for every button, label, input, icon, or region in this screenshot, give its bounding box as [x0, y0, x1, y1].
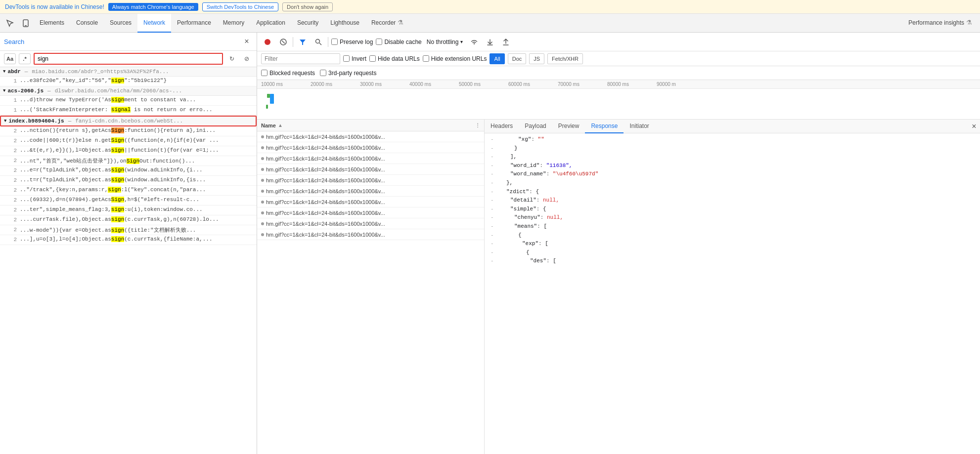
name-item-text: hm.gif?cc=1&ck=1&cl=24-bit&ds=1600x1000&… [266, 134, 385, 140]
third-party-requests-checkbox[interactable] [320, 70, 326, 76]
tab-sources[interactable]: Sources [104, 14, 137, 33]
banner-dismiss-btn[interactable]: Don't show again [282, 2, 333, 11]
banner-btn-match-language[interactable]: Always match Chrome's language [108, 3, 198, 11]
tab-initiator[interactable]: Initiator [624, 120, 655, 133]
tab-network[interactable]: Network [137, 14, 171, 33]
result-text: ...ter",simple_means_flag:3,sign:u(i),to… [20, 206, 254, 212]
highlight-match: sign [111, 97, 124, 103]
result-item[interactable]: 2...code||600;t(r)}else n.getSign((funct… [0, 136, 257, 146]
blocked-requests-label[interactable]: Blocked requests [261, 70, 315, 77]
disable-cache-checkbox[interactable] [376, 39, 382, 45]
match-case-btn[interactable]: Aa [4, 53, 16, 64]
filter-fetch-xhr-btn[interactable]: Fetch/XHR [547, 53, 583, 64]
tab-performance-insights[interactable]: Performance insights ⚗ [902, 14, 978, 33]
search-icon-btn[interactable] [312, 36, 325, 48]
result-item[interactable]: 2....currTask.file),Object.assign(c.curr… [0, 215, 257, 225]
throttle-select[interactable]: No throttling ▾ [425, 38, 465, 46]
tab-preview[interactable]: Preview [552, 120, 585, 133]
result-linenum: 1 [10, 78, 17, 84]
hide-ext-urls-label[interactable]: Hide extension URLs [423, 55, 487, 62]
name-list-item[interactable]: hm.gif?cc=1&ck=1&cl=24-bit&ds=1600x1000&… [257, 197, 484, 207]
name-list-item[interactable]: hm.gif?cc=1&ck=1&cl=24-bit&ds=1600x1000&… [257, 229, 484, 240]
tab-console[interactable]: Console [70, 14, 104, 33]
tab-response[interactable]: Response [585, 120, 624, 133]
inspect-icon-btn[interactable] [2, 15, 18, 31]
result-item[interactable]: 2...nt","首页","web站点击登录"]}),onSignOut:fun… [0, 156, 257, 166]
filter-icon-btn[interactable] [296, 36, 309, 48]
tab-headers[interactable]: Headers [485, 120, 519, 133]
record-btn[interactable] [261, 36, 274, 48]
search-input[interactable] [34, 53, 223, 65]
hide-ext-urls-checkbox[interactable] [423, 55, 429, 62]
result-item[interactable]: 1...d)throw new TypeError('Assignment to… [0, 96, 257, 106]
search-input-wrap [34, 53, 223, 65]
result-text: ...e38fc20e","key_id":"56","sign":"5b19c… [20, 78, 254, 83]
filter-all-btn[interactable]: All [490, 53, 504, 64]
network-split: Name ▲ ⋮ hm.gif?cc=1&ck=1&cl=24-bit&ds=1… [257, 120, 980, 454]
result-item[interactable]: 2...(69332),d=n(97894).getAcsSign,h=$("#… [0, 196, 257, 206]
search-title[interactable]: Search [4, 38, 24, 45]
result-item[interactable]: 2...],u=o[3],l=o[4];Object.assign(c.curr… [0, 235, 257, 245]
search-refresh-btn[interactable]: ↻ [226, 53, 238, 64]
response-close-btn[interactable]: × [968, 121, 980, 132]
result-item[interactable]: 2...e=r("tplAdLink",Object.assign(window… [0, 166, 257, 176]
result-text: ...nt","首页","web站点击登录"]}),onSignOut:func… [20, 157, 254, 165]
device-icon-btn[interactable] [18, 15, 34, 31]
tab-security[interactable]: Security [291, 14, 324, 33]
filter-js-btn[interactable]: JS [529, 53, 544, 64]
tab-recorder[interactable]: Recorder ⚗ [365, 14, 409, 33]
export-icon-btn[interactable] [499, 36, 512, 48]
tab-lighthouse[interactable]: Lighthouse [324, 14, 365, 33]
result-item[interactable]: 1...e38fc20e","key_id":"56","sign":"5b19… [0, 77, 257, 86]
name-list-item[interactable]: hm.gif?cc=1&ck=1&cl=24-bit&ds=1600x1000&… [257, 131, 484, 142]
name-list-item[interactable]: hm.gif?cc=1&ck=1&cl=24-bit&ds=1600x1000&… [257, 175, 484, 186]
result-item[interactable]: 2...t=r("tplAdLink",Object.assign(window… [0, 176, 257, 186]
clear-log-btn[interactable] [277, 36, 290, 48]
tab-elements[interactable]: Elements [34, 14, 70, 33]
hide-data-urls-checkbox[interactable] [369, 55, 376, 62]
result-group-header[interactable]: ▼ acs-2060.js — dlswbr.baidu.com/heicha/… [0, 86, 257, 96]
wifi-icon-btn[interactable] [468, 36, 481, 48]
banner-btn-switch-chinese[interactable]: Switch DevTools to Chinese [202, 2, 278, 11]
tab-payload[interactable]: Payload [519, 120, 552, 133]
result-item[interactable]: 2.."/track",{key:n,params:r,sign:l("key"… [0, 186, 257, 196]
preserve-log-checkbox[interactable] [331, 39, 338, 45]
result-group-header[interactable]: ▼ index.b9894604.js — fanyi-cdn.cdn.bceb… [0, 116, 257, 126]
result-group-header[interactable]: ▼ abdr — miao.baidu.com/abdr?_o=https%3A… [0, 67, 257, 77]
network-toolbar: Preserve log Disable cache No throttling… [257, 33, 980, 51]
regex-btn[interactable]: .* [19, 53, 31, 64]
result-item[interactable]: 1...('StackFrameInterpreter: signal is n… [0, 106, 257, 116]
name-list-item[interactable]: hm.gif?cc=1&ck=1&cl=24-bit&ds=1600x1000&… [257, 164, 484, 175]
result-linenum: 2 [10, 187, 17, 193]
hide-data-urls-label[interactable]: Hide data URLs [369, 55, 420, 62]
tab-performance[interactable]: Performance [171, 14, 217, 33]
name-list-item[interactable]: hm.gif?cc=1&ck=1&cl=24-bit&ds=1600x1000&… [257, 153, 484, 164]
import-icon-btn[interactable] [484, 36, 496, 48]
result-item[interactable]: 2...ter",simple_means_flag:3,sign:u(i),t… [0, 206, 257, 215]
invert-label[interactable]: Invert [343, 55, 366, 62]
name-list-item[interactable]: hm.gif?cc=1&ck=1&cl=24-bit&ds=1600x1000&… [257, 207, 484, 218]
filter-input[interactable] [261, 53, 340, 64]
timeline-mark: 10000 ms [261, 82, 311, 87]
name-list-item[interactable]: hm.gif?cc=1&ck=1&cl=24-bit&ds=1600x1000&… [257, 142, 484, 153]
highlight-match: sign [111, 167, 124, 173]
group-url: fanyi-cdn.cdn.bcebos.com/webSt... [75, 118, 253, 124]
search-clear-btn[interactable]: ⊘ [241, 53, 253, 64]
search-close-btn[interactable]: × [241, 36, 253, 47]
result-item[interactable]: 2...&t(e,r),e}}(),l=Object.assign||funct… [0, 146, 257, 156]
name-list-item[interactable]: hm.gif?cc=1&ck=1&cl=24-bit&ds=1600x1000&… [257, 218, 484, 229]
name-list-item[interactable]: hm.gif?cc=1&ck=1&cl=24-bit&ds=1600x1000&… [257, 186, 484, 197]
right-network-panel: Preserve log Disable cache No throttling… [257, 33, 980, 454]
preserve-log-label[interactable]: Preserve log [331, 39, 373, 45]
response-line: -"detail": null, [489, 196, 976, 205]
invert-checkbox[interactable] [343, 55, 350, 62]
tab-memory[interactable]: Memory [217, 14, 250, 33]
result-item[interactable]: 2...w-mode")){var e=Object.assign({title… [0, 225, 257, 235]
result-item[interactable]: 2...nction(){return s},getAcsSign:functi… [0, 126, 257, 136]
disable-cache-label[interactable]: Disable cache [376, 39, 421, 45]
filter-doc-btn[interactable]: Doc [508, 53, 527, 64]
blocked-requests-checkbox[interactable] [261, 70, 267, 76]
tab-application[interactable]: Application [250, 14, 291, 33]
third-party-requests-label[interactable]: 3rd-party requests [320, 70, 376, 77]
response-line: -"exp": [ [489, 240, 976, 248]
